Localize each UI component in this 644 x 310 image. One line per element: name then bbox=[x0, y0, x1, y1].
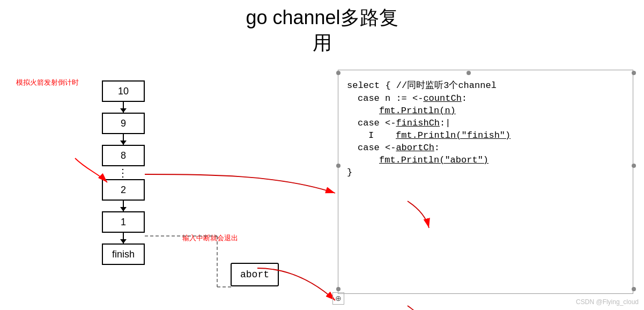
title-line1: go channel多路复 bbox=[0, 5, 644, 31]
title-line2: 用 bbox=[0, 31, 644, 56]
flow-box-9: 9 bbox=[102, 113, 145, 134]
flow-box-1: 1 bbox=[102, 211, 145, 233]
dot-mid-left bbox=[336, 164, 340, 168]
arrow-abortch-to-println-abort bbox=[408, 306, 429, 310]
abort-box-wrapper: abort bbox=[231, 263, 279, 286]
annotation-rocket: 模拟火箭发射倒计时 bbox=[16, 78, 79, 87]
dot-top-mid bbox=[467, 71, 471, 75]
arrow-2-1 bbox=[123, 201, 124, 211]
code-line-5: I fmt.Println("finish") bbox=[347, 130, 624, 141]
dot-bot-right bbox=[632, 287, 636, 291]
dot-top-right bbox=[632, 71, 636, 75]
flow-box-2: 2 bbox=[102, 179, 145, 201]
code-line-6: case <-abortCh: bbox=[347, 143, 624, 153]
dot-bot-left bbox=[336, 287, 340, 291]
watermark: CSDN @Flying_cloud bbox=[576, 298, 639, 306]
flow-box-finish: finish bbox=[102, 243, 145, 265]
code-line-4: case <-finishCh:| bbox=[347, 118, 624, 128]
arrow-10-9 bbox=[123, 102, 124, 113]
annotation-input: 输入中断就会退出 bbox=[182, 233, 238, 243]
flow-box-10: 10 bbox=[102, 80, 145, 102]
flow-dots: ⋮ bbox=[117, 167, 129, 178]
dot-top-left bbox=[336, 71, 340, 75]
main-area: 模拟火箭发射倒计时 10 9 8 ⋮ 2 1 finish abort bbox=[0, 70, 644, 310]
code-line-7: fmt.Println("abort") bbox=[347, 155, 624, 165]
arrow-1-finish bbox=[123, 233, 124, 243]
flow-box-8: 8 bbox=[102, 145, 145, 166]
dot-mid-right bbox=[632, 164, 636, 168]
abort-box: abort bbox=[231, 263, 279, 286]
code-line-3: fmt.Println(n) bbox=[347, 106, 624, 116]
code-line-2: case n := <-countCh: bbox=[347, 93, 624, 104]
code-line-8: } bbox=[347, 167, 624, 178]
expand-icon[interactable]: ⊕ bbox=[332, 292, 344, 305]
flowchart: 10 9 8 ⋮ 2 1 finish bbox=[102, 80, 145, 265]
page-title: go channel多路复 用 bbox=[0, 0, 644, 56]
code-line-1: select { //同时监听3个channel bbox=[347, 79, 624, 91]
code-area: select { //同时监听3个channel case n := <-cou… bbox=[338, 70, 633, 294]
arrow-9-8 bbox=[123, 134, 124, 145]
arrow-box9-to-countch bbox=[145, 174, 335, 193]
